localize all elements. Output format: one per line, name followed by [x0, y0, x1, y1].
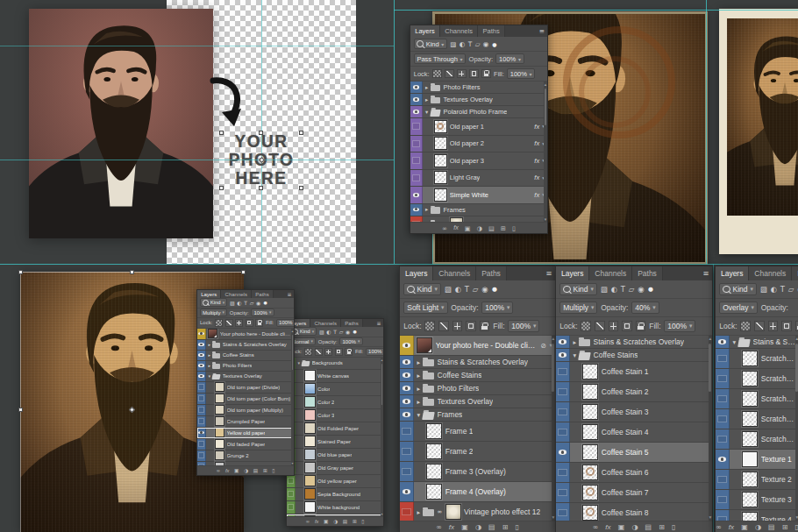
link-layers-icon[interactable]: ∞: [436, 523, 442, 531]
eye-hidden-box[interactable]: [402, 428, 410, 436]
layer-row[interactable]: White canvas: [287, 370, 383, 383]
lock-paint-icon[interactable]: [438, 321, 449, 331]
layer-thumbnail[interactable]: [742, 512, 758, 521]
type-layers-icon[interactable]: T: [465, 285, 469, 294]
layer-row[interactable]: Old paper 2fx▾: [410, 136, 547, 153]
layer-row[interactable]: ▸Photo Filters: [197, 361, 294, 372]
shape-layers-icon[interactable]: ▱: [250, 300, 254, 306]
lock-move-icon[interactable]: [768, 321, 779, 331]
layer-thumbnail[interactable]: [582, 444, 598, 460]
eye-hidden-box[interactable]: [558, 509, 566, 517]
layer-row[interactable]: Coffee Stain 3: [556, 402, 712, 422]
layer-row[interactable]: Old torn paper (Divide): [197, 382, 294, 394]
layer-row[interactable]: ▾Backgrounds: [287, 358, 383, 370]
pixel-layers-icon[interactable]: ▨: [230, 300, 235, 306]
layer-visibility-well[interactable]: [716, 429, 730, 449]
layer-visibility-well[interactable]: [197, 361, 206, 371]
adjustment-layer-icon[interactable]: ◑: [755, 523, 761, 531]
lock-paint-icon[interactable]: [445, 69, 454, 79]
layer-group-icon[interactable]: ▤: [343, 519, 347, 524]
layer-row[interactable]: ▾Polaroid Photo Frame: [410, 106, 547, 118]
pixel-layers-icon[interactable]: ▨: [319, 329, 324, 335]
filter-toggle-icon[interactable]: ●: [492, 286, 497, 293]
layer-row[interactable]: Black Background: [287, 514, 383, 517]
layer-thumbnail[interactable]: [215, 416, 224, 426]
layer-visibility-well[interactable]: [287, 488, 296, 500]
layer-thumbnail[interactable]: [304, 422, 316, 434]
eye-hidden-box[interactable]: [412, 221, 420, 222]
eye-icon[interactable]: [413, 85, 420, 89]
lock-transparency-icon[interactable]: [581, 321, 591, 331]
layer-row[interactable]: Old torn paper (Multiply): [197, 405, 294, 416]
layer-visibility-well[interactable]: [400, 482, 414, 501]
layer-row[interactable]: ▸∞Vintage photo effect 12: [400, 502, 555, 521]
layer-row[interactable]: Texture 2: [716, 470, 798, 490]
layer-thumbnail[interactable]: [304, 409, 316, 421]
shape-layers-icon[interactable]: ▱: [473, 285, 479, 294]
scroll-up-icon[interactable]: ▴: [709, 336, 711, 342]
fill-value[interactable]: 100%▾: [508, 320, 539, 332]
layer-row[interactable]: ▾Textures Overlay: [197, 372, 294, 382]
eye-hidden-box[interactable]: [558, 429, 566, 436]
layer-thumbnail[interactable]: [426, 484, 442, 500]
eye-hidden-box[interactable]: [717, 395, 726, 403]
layer-visibility-well[interactable]: [400, 462, 414, 481]
layer-row[interactable]: Texture 3: [716, 490, 798, 510]
kind-filter-select[interactable]: Kind▾: [559, 283, 597, 295]
layer-row[interactable]: ▸Frames: [410, 204, 547, 216]
eye-hidden-box[interactable]: [402, 508, 410, 516]
adjustment-layers-icon[interactable]: ◐: [326, 329, 331, 335]
tab-layers[interactable]: Layers: [556, 266, 589, 280]
layer-thumbnail[interactable]: [434, 120, 447, 133]
scrollbar[interactable]: ▴▾: [544, 82, 547, 222]
blend-mode-select[interactable]: Soft Light▾: [403, 301, 447, 314]
layer-visibility-well[interactable]: [716, 470, 730, 489]
layer-row[interactable]: Old faded Paper: [197, 439, 294, 450]
transform-handle[interactable]: [241, 270, 246, 274]
scrollbar-thumb[interactable]: [292, 335, 294, 371]
layer-visibility-well[interactable]: [197, 428, 206, 438]
layer-effects-icon[interactable]: fx: [605, 523, 610, 531]
layer-thumbnail[interactable]: [582, 485, 598, 500]
layer-thumbnail[interactable]: [434, 171, 447, 184]
layer-row[interactable]: ▸Stains & Scratches Overlay: [556, 336, 712, 349]
eye-icon[interactable]: [198, 343, 203, 346]
blend-mode-select[interactable]: Multiply▾: [559, 301, 597, 314]
layer-thumbnail[interactable]: [445, 504, 461, 520]
layer-row[interactable]: ▸Stains & Scratches Overlay: [197, 340, 294, 351]
layer-group-icon[interactable]: ▤: [768, 523, 775, 531]
scroll-down-icon[interactable]: ▾: [552, 514, 554, 521]
layer-visibility-well[interactable]: [556, 336, 570, 348]
delete-layer-icon[interactable]: ▯: [361, 519, 364, 524]
eye-hidden-box[interactable]: [412, 157, 420, 164]
tab-layers[interactable]: Layers: [410, 25, 440, 37]
guide-vertical[interactable]: [706, 0, 707, 264]
fill-value[interactable]: 100%▾: [366, 348, 384, 356]
smart-object-thumbnail[interactable]: [417, 337, 432, 353]
scrollbar[interactable]: ▴▾: [709, 336, 712, 521]
layer-visibility-well[interactable]: [556, 483, 570, 502]
layer-thumbnail[interactable]: [215, 394, 224, 403]
layer-thumbnail[interactable]: [304, 436, 316, 447]
eye-icon[interactable]: [198, 374, 203, 378]
layer-row[interactable]: Old Gray paper: [287, 462, 383, 475]
scrollbar-thumb[interactable]: [381, 364, 383, 405]
eye-icon[interactable]: [718, 339, 726, 344]
scrollbar[interactable]: ▴▾: [795, 336, 798, 521]
new-layer-icon[interactable]: ⊞: [263, 468, 267, 473]
layer-row[interactable]: Scratches 5: [716, 429, 798, 450]
layer-row[interactable]: Your photo here - Double click thumbn...…: [400, 336, 555, 356]
layer-thumbnail[interactable]: [742, 351, 758, 366]
type-layers-icon[interactable]: T: [621, 285, 625, 294]
tab-layers[interactable]: Layers: [400, 266, 433, 280]
tab-layers[interactable]: Layers: [197, 290, 221, 298]
layer-visibility-well[interactable]: [400, 336, 414, 355]
layer-visibility-well[interactable]: [556, 463, 570, 482]
layer-row[interactable]: ▸Coffee Stains: [197, 351, 294, 361]
eye-hidden-box[interactable]: [198, 395, 205, 401]
layer-row[interactable]: Grunge 1: [197, 462, 294, 466]
transform-handle[interactable]: [219, 131, 224, 135]
layer-row[interactable]: Coffee Stain 7: [556, 483, 712, 503]
tab-layers[interactable]: Layers: [716, 266, 749, 280]
layer-row[interactable]: ▸Stains & Scratches Overlay: [400, 356, 555, 369]
